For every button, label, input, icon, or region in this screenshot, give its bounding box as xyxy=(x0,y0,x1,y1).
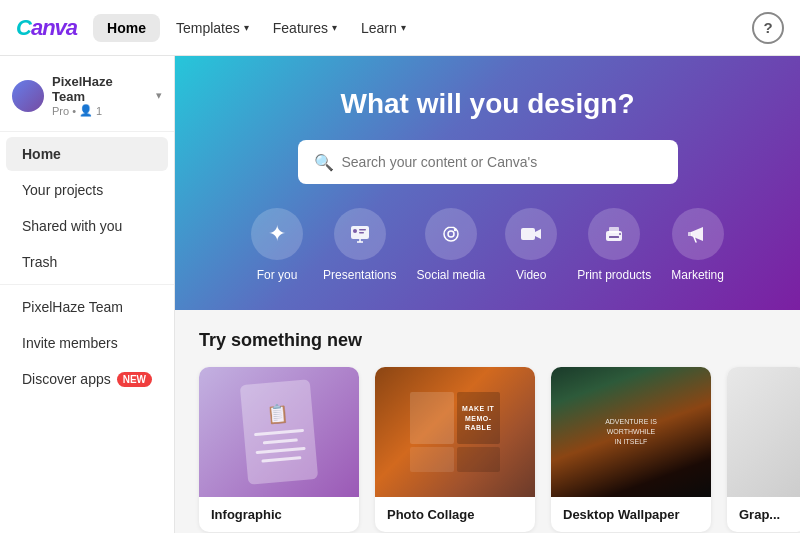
team-name: PixelHaze Team xyxy=(52,74,148,104)
social-media-icon xyxy=(425,208,477,260)
sidebar-item-shared-with-you[interactable]: Shared with you xyxy=(6,209,168,243)
for-you-icon: ✦ xyxy=(251,208,303,260)
presentations-icon xyxy=(334,208,386,260)
try-section: Try something new 📋 Infographic xyxy=(175,310,800,533)
svg-point-1 xyxy=(353,229,357,233)
design-card-infographic[interactable]: 📋 Infographic xyxy=(199,367,359,532)
svg-rect-9 xyxy=(609,227,619,233)
design-card-photo-collage[interactable]: MAKE ITMEMO-RABLE Photo Collage xyxy=(375,367,535,532)
team-pro-badge: Pro xyxy=(52,105,69,117)
try-section-title: Try something new xyxy=(199,330,776,351)
svg-point-6 xyxy=(454,229,456,231)
design-card-row: 📋 Infographic xyxy=(199,367,776,532)
hero-title: What will you design? xyxy=(341,88,635,120)
sidebar-item-pixelhaze-team[interactable]: PixelHaze Team xyxy=(6,290,168,324)
wallpaper-thumb: ADVENTURE ISWORTHWHILEIN ITSELF xyxy=(551,367,711,497)
design-card-desktop-wallpaper[interactable]: ADVENTURE ISWORTHWHILEIN ITSELF Desktop … xyxy=(551,367,711,532)
svg-rect-10 xyxy=(609,236,619,238)
category-social-media[interactable]: Social media xyxy=(416,208,485,282)
social-media-label: Social media xyxy=(416,268,485,282)
photo-collage-label: Photo Collage xyxy=(375,497,535,532)
features-nav-item[interactable]: Features ▾ xyxy=(261,14,349,42)
video-icon xyxy=(505,208,557,260)
learn-chevron-icon: ▾ xyxy=(401,22,406,33)
templates-nav-label: Templates xyxy=(176,20,240,36)
category-for-you[interactable]: ✦ For you xyxy=(251,208,303,282)
hero-section: What will you design? 🔍 ✦ For you Presen… xyxy=(175,56,800,310)
print-products-icon xyxy=(588,208,640,260)
person-icon: 👤 xyxy=(79,104,93,117)
category-marketing[interactable]: Marketing xyxy=(671,208,724,282)
svg-rect-3 xyxy=(359,232,364,234)
sidebar-divider-1 xyxy=(0,131,174,132)
infographic-label: Infographic xyxy=(199,497,359,532)
home-nav-button[interactable]: Home xyxy=(93,14,160,42)
sidebar-item-home[interactable]: Home xyxy=(6,137,168,171)
photo-collage-thumb: MAKE ITMEMO-RABLE xyxy=(375,367,535,497)
features-chevron-icon: ▾ xyxy=(332,22,337,33)
sidebar-divider-2 xyxy=(0,284,174,285)
for-you-label: For you xyxy=(257,268,298,282)
templates-nav-item[interactable]: Templates ▾ xyxy=(164,14,261,42)
sidebar-item-trash[interactable]: Trash xyxy=(6,245,168,279)
sidebar-item-discover-apps[interactable]: Discover apps NEW xyxy=(6,362,168,396)
wallpaper-label: Desktop Wallpaper xyxy=(551,497,711,532)
graph-thumb xyxy=(727,367,800,497)
help-button[interactable]: ? xyxy=(752,12,784,44)
main-layout: PixelHaze Team Pro • 👤 1 ▾ Home Your pro… xyxy=(0,56,800,533)
templates-chevron-icon: ▾ xyxy=(244,22,249,33)
team-avatar xyxy=(12,80,44,112)
sidebar: PixelHaze Team Pro • 👤 1 ▾ Home Your pro… xyxy=(0,56,175,533)
print-products-label: Print products xyxy=(577,268,651,282)
graph-label: Grap... xyxy=(727,497,800,532)
team-selector[interactable]: PixelHaze Team Pro • 👤 1 ▾ xyxy=(0,64,174,127)
features-nav-label: Features xyxy=(273,20,328,36)
new-badge: NEW xyxy=(117,372,152,387)
learn-nav-label: Learn xyxy=(361,20,397,36)
team-member-count: 1 xyxy=(96,105,102,117)
marketing-icon xyxy=(672,208,724,260)
discover-apps-label: Discover apps xyxy=(22,371,111,387)
svg-rect-2 xyxy=(359,229,366,231)
category-presentations[interactable]: Presentations xyxy=(323,208,396,282)
team-meta: Pro • 👤 1 xyxy=(52,104,148,117)
sidebar-item-invite-members[interactable]: Invite members xyxy=(6,326,168,360)
presentations-label: Presentations xyxy=(323,268,396,282)
svg-rect-12 xyxy=(688,232,692,236)
search-input[interactable] xyxy=(342,154,662,170)
infographic-thumb: 📋 xyxy=(199,367,359,497)
svg-point-11 xyxy=(619,233,621,235)
category-print-products[interactable]: Print products xyxy=(577,208,651,282)
search-bar: 🔍 xyxy=(298,140,678,184)
marketing-label: Marketing xyxy=(671,268,724,282)
canva-logo: Canva xyxy=(16,15,77,41)
main-content: What will you design? 🔍 ✦ For you Presen… xyxy=(175,56,800,533)
design-card-graph[interactable]: Grap... xyxy=(727,367,800,532)
top-nav: Canva Home Templates ▾ Features ▾ Learn … xyxy=(0,0,800,56)
search-icon: 🔍 xyxy=(314,153,334,172)
video-label: Video xyxy=(516,268,546,282)
category-video[interactable]: Video xyxy=(505,208,557,282)
team-chevron-icon: ▾ xyxy=(156,89,162,102)
svg-rect-7 xyxy=(521,228,535,240)
learn-nav-item[interactable]: Learn ▾ xyxy=(349,14,418,42)
sidebar-item-your-projects[interactable]: Your projects xyxy=(6,173,168,207)
category-row: ✦ For you Presentations Social media xyxy=(251,208,724,282)
